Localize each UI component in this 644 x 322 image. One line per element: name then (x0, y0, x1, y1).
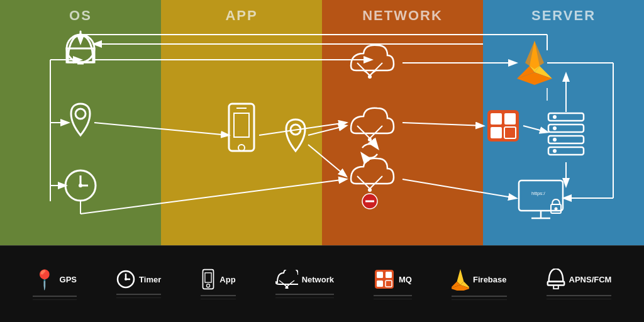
svg-rect-80 (547, 282, 564, 286)
svg-point-70 (125, 278, 127, 280)
timer-icon (116, 270, 135, 289)
legend-item-app: App (201, 269, 235, 299)
legend-label-app: App (219, 275, 235, 284)
legend-item-network: Network (275, 270, 334, 298)
legend-label-gps: GPS (60, 275, 77, 284)
legend-item-apns-fcm: APNS/FCM (547, 269, 612, 299)
legend-item-mq: MQ (374, 269, 412, 299)
app-container: OS APP NETWORK SERVER (0, 0, 644, 322)
column-app-header: APP (161, 0, 322, 29)
svg-rect-78 (377, 280, 383, 287)
app-icon (201, 269, 216, 290)
svg-rect-77 (386, 272, 392, 278)
svg-point-74 (285, 287, 288, 289)
column-app: APP (161, 0, 322, 245)
legend-item-timer: Timer (116, 270, 161, 298)
legend-item-firebase: Firebase (452, 268, 506, 300)
svg-rect-72 (205, 273, 211, 282)
legend-label-network: Network (302, 275, 334, 284)
legend-label-mq: MQ (399, 275, 412, 284)
column-server: SERVER (483, 0, 644, 245)
legend-area: 📍 GPS Timer (0, 245, 644, 322)
column-network-header: NETWORK (322, 0, 483, 29)
column-os-header: OS (0, 0, 161, 29)
column-network: NETWORK (322, 0, 483, 245)
column-os: OS (0, 0, 161, 245)
apns-fcm-icon (547, 269, 565, 290)
gps-icon: 📍 (33, 269, 56, 291)
svg-point-73 (207, 284, 210, 287)
firebase-icon (452, 268, 469, 291)
column-server-header: SERVER (483, 0, 644, 29)
svg-rect-79 (386, 280, 392, 287)
legend-label-apns-fcm: APNS/FCM (569, 275, 612, 284)
mq-icon (374, 269, 395, 290)
legend-label-firebase: Firebase (473, 275, 506, 284)
network-icon (275, 270, 298, 289)
legend-label-timer: Timer (139, 275, 161, 284)
diagram-area: OS APP NETWORK SERVER (0, 0, 644, 245)
legend-item-gps: 📍 GPS (33, 269, 77, 300)
svg-rect-76 (377, 272, 383, 278)
